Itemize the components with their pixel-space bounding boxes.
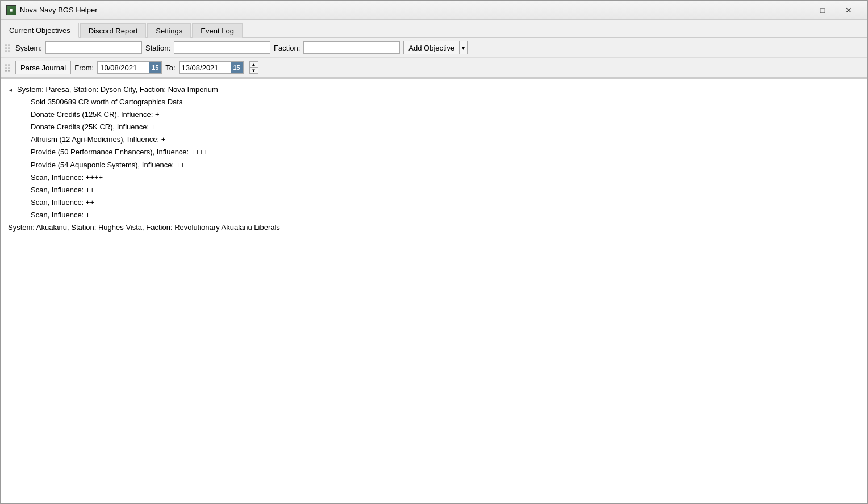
list-item: Scan, Influence: ++++ [31,171,860,184]
list-item: Provide (54 Aquaponic Systems), Influenc… [31,159,860,171]
title-bar-left: ■ Nova Navy BGS Helper [6,5,98,15]
from-label: From: [74,64,94,72]
toolbar-row-1: System: Station: Faction: Add Objective … [1,38,867,58]
tree-node-1-label: System: Paresa, Station: Dyson City, Fac… [17,83,218,96]
to-date-input[interactable] [180,62,231,73]
from-date-input[interactable] [98,62,149,73]
tree-node-2-parent[interactable]: System: Akualanu, Station: Hughes Vista,… [8,221,860,234]
list-item: Donate Credits (125K CR), Influence: + [31,108,860,121]
parse-journal-button[interactable]: Parse Journal [15,61,71,74]
list-item: Scan, Influence: + [31,209,860,221]
list-item: Sold 3500689 CR worth of Cartographics D… [31,96,860,108]
scroll-arrows: ▲ ▼ [249,61,258,74]
maximize-button[interactable]: □ [809,2,836,18]
toolbars: System: Station: Faction: Add Objective … [1,38,867,78]
tab-settings[interactable]: Settings [147,23,191,38]
tree-node-1: ◄ System: Paresa, Station: Dyson City, F… [8,83,860,221]
minimize-button[interactable]: — [783,2,809,18]
list-item: Provide (50 Performance Enhancers), Infl… [31,146,860,158]
content-area: ◄ System: Paresa, Station: Dyson City, F… [1,78,867,503]
add-objective-label: Add Objective [404,43,459,53]
grip-2 [5,64,10,72]
add-objective-button[interactable]: Add Objective ▾ [403,41,468,54]
tab-current-objectives[interactable]: Current Objectives [1,23,79,38]
tree-node-1-parent[interactable]: ◄ System: Paresa, Station: Dyson City, F… [8,83,860,96]
to-calendar-button[interactable]: 15 [231,62,243,73]
add-objective-arrow-icon: ▾ [459,41,467,54]
list-item: Scan, Influence: ++ [31,196,860,209]
tab-discord-report[interactable]: Discord Report [80,23,147,38]
list-item: Scan, Influence: ++ [31,184,860,196]
to-label: To: [165,64,175,72]
faction-label: Faction: [274,44,300,52]
app-icon: ■ [6,5,16,15]
tab-bar: Current Objectives Discord Report Settin… [1,20,867,38]
faction-input[interactable] [303,41,400,54]
station-label: Station: [145,44,170,52]
tree-node-2: System: Akualanu, Station: Hughes Vista,… [8,221,860,234]
toolbar-row-2: Parse Journal From: 15 To: 15 ▲ ▼ [1,58,867,77]
system-label: System: [15,44,42,52]
main-window: ■ Nova Navy BGS Helper — □ ✕ Current Obj… [0,0,868,504]
to-date-wrapper: 15 [179,61,244,74]
window-title: Nova Navy BGS Helper [20,6,98,14]
close-button[interactable]: ✕ [836,2,862,18]
scroll-down-button[interactable]: ▼ [249,68,258,74]
list-item: Altruism (12 Agri-Medicines), Influence:… [31,133,860,146]
title-bar-controls: — □ ✕ [783,2,862,18]
tab-event-log[interactable]: Event Log [192,23,243,38]
tree-node-1-children: Sold 3500689 CR worth of Cartographics D… [31,96,860,221]
tree-arrow-1: ◄ [8,85,15,95]
grip-1 [5,44,10,52]
from-date-wrapper: 15 [97,61,162,74]
from-calendar-button[interactable]: 15 [149,62,161,73]
system-input[interactable] [45,41,142,54]
station-input[interactable] [174,41,270,54]
title-bar: ■ Nova Navy BGS Helper — □ ✕ [1,1,867,20]
scroll-up-button[interactable]: ▲ [249,61,258,68]
list-item: Donate Credits (25K CR), Influence: + [31,121,860,133]
tree-node-2-label: System: Akualanu, Station: Hughes Vista,… [8,221,280,234]
